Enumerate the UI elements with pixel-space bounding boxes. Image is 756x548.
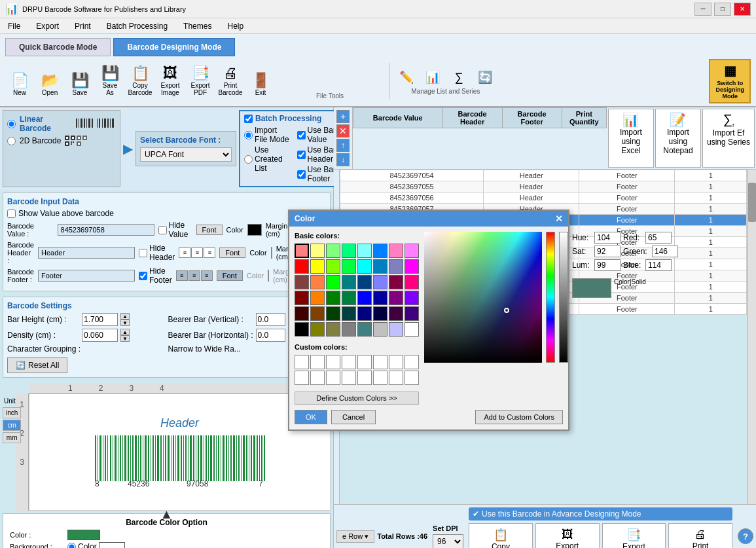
basic-color-swatch-45[interactable] xyxy=(373,322,387,337)
dialog-close-button[interactable]: ✕ xyxy=(555,213,563,224)
move-up-button[interactable]: ↑ xyxy=(336,139,350,152)
export-pdf-action-btn[interactable]: 📑 ExportPDF xyxy=(602,523,666,548)
basic-color-swatch-3[interactable] xyxy=(342,244,356,258)
custom-color-swatch-7[interactable] xyxy=(405,355,419,369)
dpi-select[interactable]: 96 150 300 xyxy=(433,534,463,549)
bearer-bar-v-input[interactable] xyxy=(256,313,285,326)
custom-color-swatch-1[interactable] xyxy=(310,355,325,369)
table-row[interactable]: 84523697055 Header Footer 1 xyxy=(340,181,747,192)
custom-color-swatch-9[interactable] xyxy=(310,371,325,385)
manage-btn-1[interactable]: ✏️ xyxy=(395,68,418,88)
close-button[interactable]: ✕ xyxy=(734,3,751,16)
barcode-header-input[interactable] xyxy=(38,247,135,259)
font-dropdown[interactable]: UPCA Font Code 128 Code 39 xyxy=(140,147,232,162)
basic-color-swatch-40[interactable] xyxy=(295,322,309,337)
minimize-button[interactable]: ─ xyxy=(694,3,711,16)
align-right-footer-btn[interactable]: ≡ xyxy=(201,270,213,281)
custom-color-swatch-11[interactable] xyxy=(342,371,356,385)
align-right-btn[interactable]: ≡ xyxy=(204,247,215,258)
menu-help[interactable]: Help xyxy=(222,20,249,32)
exit-button[interactable]: 🚪 Exit xyxy=(246,70,275,100)
help-button[interactable]: ? xyxy=(738,528,753,544)
import-excel-button[interactable]: 📊 ImportusingExcel xyxy=(608,109,654,168)
basic-color-swatch-39[interactable] xyxy=(405,306,419,321)
custom-color-swatch-12[interactable] xyxy=(357,371,372,385)
basic-color-swatch-19[interactable] xyxy=(342,275,356,289)
basic-color-swatch-0[interactable] xyxy=(295,244,309,258)
basic-color-swatch-28[interactable] xyxy=(357,291,372,305)
basic-color-swatch-33[interactable] xyxy=(310,306,325,321)
2d-barcode-radio[interactable] xyxy=(7,137,16,145)
lum-input[interactable] xyxy=(594,259,621,271)
bar-height-up[interactable]: ▲ xyxy=(120,313,130,320)
tab-barcode-designing[interactable]: Barcode Designing Mode xyxy=(113,38,235,56)
density-up[interactable]: ▲ xyxy=(120,329,130,335)
basic-color-swatch-7[interactable] xyxy=(405,244,419,258)
basic-color-swatch-41[interactable] xyxy=(310,322,325,337)
print-barcode-button[interactable]: 🖨 Print Barcode xyxy=(216,63,245,100)
menu-print[interactable]: Print xyxy=(69,20,96,32)
basic-color-swatch-2[interactable] xyxy=(326,244,340,258)
import-series-button[interactable]: ∑f Import Efusing Series xyxy=(702,109,755,168)
blue-input[interactable] xyxy=(645,259,672,271)
table-row[interactable]: 84523697054 Header Footer 1 xyxy=(340,170,747,181)
basic-color-swatch-9[interactable] xyxy=(310,259,325,274)
font-button-footer[interactable]: Font xyxy=(217,270,243,281)
barcode-footer-input[interactable] xyxy=(38,270,135,282)
basic-color-swatch-32[interactable] xyxy=(295,306,309,321)
bearer-bar-h-input[interactable] xyxy=(256,329,285,342)
custom-color-swatch-2[interactable] xyxy=(326,355,340,369)
export-pdf-button[interactable]: 📑 Export PDF xyxy=(186,63,215,100)
use-barcode-footer-checkbox[interactable] xyxy=(297,170,306,179)
add-row-button[interactable]: + xyxy=(336,110,350,123)
define-custom-colors-button[interactable]: Define Custom Colors >> xyxy=(295,392,419,405)
custom-color-swatch-10[interactable] xyxy=(326,371,340,385)
open-button[interactable]: 📂 Open xyxy=(35,70,64,100)
print-barcode-action-btn[interactable]: 🖨 PrintBarcode xyxy=(668,523,732,548)
basic-color-swatch-26[interactable] xyxy=(326,291,340,305)
custom-color-swatch-4[interactable] xyxy=(357,355,372,369)
use-barcode-value-checkbox[interactable] xyxy=(297,131,306,139)
save-button[interactable]: 💾 Save xyxy=(65,70,94,100)
save-as-button[interactable]: 💾 Save As xyxy=(96,63,124,100)
bar-height-down[interactable]: ▼ xyxy=(120,320,130,326)
basic-color-swatch-23[interactable] xyxy=(405,275,419,289)
basic-color-swatch-6[interactable] xyxy=(389,244,403,258)
unit-mm-button[interactable]: mm xyxy=(3,432,21,443)
batch-enabled-checkbox[interactable] xyxy=(244,115,253,123)
align-left-btn[interactable]: ≡ xyxy=(179,247,190,258)
align-center-btn[interactable]: ≡ xyxy=(191,247,203,258)
custom-color-swatch-6[interactable] xyxy=(389,355,403,369)
new-button[interactable]: 📄 New xyxy=(5,70,34,100)
basic-color-swatch-13[interactable] xyxy=(373,259,387,274)
basic-color-swatch-34[interactable] xyxy=(326,306,340,321)
basic-color-swatch-42[interactable] xyxy=(326,322,340,337)
basic-color-swatch-18[interactable] xyxy=(326,275,340,289)
hue-slider[interactable] xyxy=(546,232,555,363)
basic-color-swatch-5[interactable] xyxy=(373,244,387,258)
align-center-footer-btn[interactable]: ≡ xyxy=(189,270,200,281)
basic-color-swatch-11[interactable] xyxy=(342,259,356,274)
edit-row-button[interactable]: e Row ▾ xyxy=(336,530,374,543)
basic-color-swatch-44[interactable] xyxy=(357,322,372,337)
basic-color-swatch-20[interactable] xyxy=(357,275,372,289)
color-btn-footer[interactable] xyxy=(268,270,269,282)
basic-color-swatch-12[interactable] xyxy=(357,259,372,274)
linear-barcode-radio[interactable] xyxy=(7,120,16,128)
font-button-value[interactable]: Font xyxy=(196,225,223,235)
reset-all-button[interactable]: 🔄 Reset All xyxy=(7,357,67,373)
basic-color-swatch-24[interactable] xyxy=(295,291,309,305)
custom-color-swatch-5[interactable] xyxy=(373,355,387,369)
basic-color-swatch-27[interactable] xyxy=(342,291,356,305)
maximize-button[interactable]: □ xyxy=(714,3,731,16)
density-down[interactable]: ▼ xyxy=(120,335,130,342)
color-spectrum[interactable] xyxy=(424,232,542,363)
basic-color-swatch-21[interactable] xyxy=(373,275,387,289)
lightness-slider[interactable] xyxy=(559,232,568,363)
basic-color-swatch-38[interactable] xyxy=(389,306,403,321)
bar-height-input[interactable] xyxy=(82,313,118,326)
barcode-value-input[interactable] xyxy=(58,224,154,236)
color-btn-header[interactable] xyxy=(271,247,272,259)
menu-export[interactable]: Export xyxy=(31,20,64,32)
menu-batch-processing[interactable]: Batch Processing xyxy=(101,20,173,32)
